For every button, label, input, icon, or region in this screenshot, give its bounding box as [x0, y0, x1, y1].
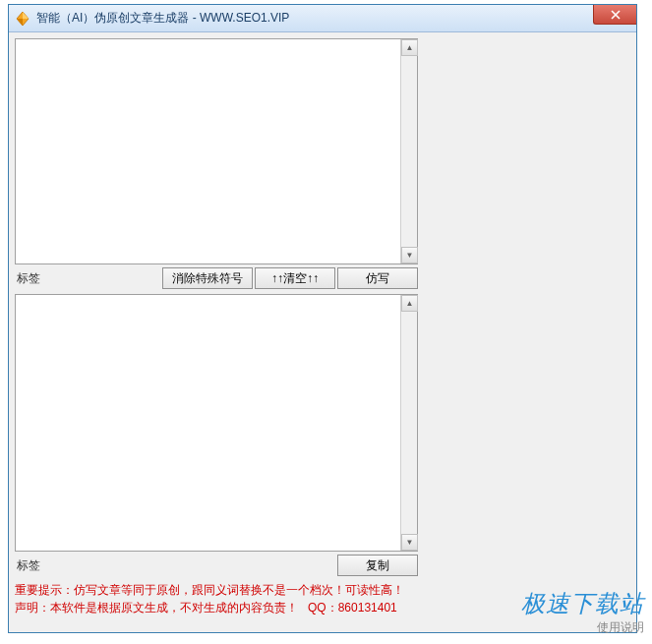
- top-toolbar: 标签 消除特殊符号 ↑↑清空↑↑ 仿写: [15, 266, 418, 290]
- watermark-site-name: 极速下载站: [521, 588, 644, 619]
- svg-marker-1: [23, 12, 29, 19]
- input-text-area-wrapper: ▲ ▼: [15, 38, 418, 264]
- svg-marker-2: [17, 19, 23, 26]
- footer-notice: 重要提示：仿写文章等同于原创，跟同义词替换不是一个档次！可读性高！ 声明：本软件…: [15, 581, 418, 616]
- rewrite-button[interactable]: 仿写: [337, 267, 418, 289]
- scrollbar-vertical[interactable]: ▲ ▼: [400, 39, 417, 263]
- scrollbar-up-icon[interactable]: ▲: [401, 39, 418, 56]
- disclaimer-text: 声明：本软件是根据原文生成，不对生成的内容负责！: [15, 601, 298, 615]
- bottom-label: 标签: [15, 557, 133, 574]
- close-button[interactable]: [593, 5, 636, 25]
- notice-line-1: 重要提示：仿写文章等同于原创，跟同义词替换不是一个档次！可读性高！: [15, 581, 418, 599]
- scrollbar-vertical[interactable]: ▲ ▼: [400, 295, 417, 551]
- qq-label: QQ：: [308, 601, 338, 615]
- clear-button[interactable]: ↑↑清空↑↑: [255, 267, 335, 289]
- content-area: ▲ ▼ 标签 消除特殊符号 ↑↑清空↑↑ 仿写 ▲ ▼ 标签: [9, 32, 636, 632]
- scrollbar-up-icon[interactable]: ▲: [401, 295, 418, 312]
- watermark-subtitle: 使用说明: [521, 619, 644, 636]
- input-text-area[interactable]: [16, 39, 399, 263]
- titlebar: 智能（AI）伪原创文章生成器 - WWW.SEO1.VIP: [9, 5, 636, 32]
- scrollbar-down-icon[interactable]: ▼: [401, 534, 418, 551]
- copy-button[interactable]: 复制: [337, 555, 418, 576]
- top-label: 标签: [15, 270, 133, 287]
- window-title: 智能（AI）伪原创文章生成器 - WWW.SEO1.VIP: [36, 10, 289, 27]
- notice-line-2: 声明：本软件是根据原文生成，不对生成的内容负责！ QQ：860131401: [15, 599, 418, 616]
- watermark: 极速下载站 使用说明: [521, 588, 644, 636]
- qq-number: 860131401: [338, 601, 397, 615]
- output-text-area-wrapper: ▲ ▼: [15, 294, 418, 552]
- app-icon: [15, 11, 30, 27]
- output-text-area[interactable]: [16, 295, 399, 551]
- scrollbar-down-icon[interactable]: ▼: [401, 247, 418, 263]
- application-window: 智能（AI）伪原创文章生成器 - WWW.SEO1.VIP ▲ ▼ 标签 消除特…: [8, 4, 637, 633]
- bottom-toolbar: 标签 复制: [15, 554, 418, 577]
- remove-special-chars-button[interactable]: 消除特殊符号: [162, 267, 253, 289]
- main-panel: ▲ ▼ 标签 消除特殊符号 ↑↑清空↑↑ 仿写 ▲ ▼ 标签: [15, 38, 418, 616]
